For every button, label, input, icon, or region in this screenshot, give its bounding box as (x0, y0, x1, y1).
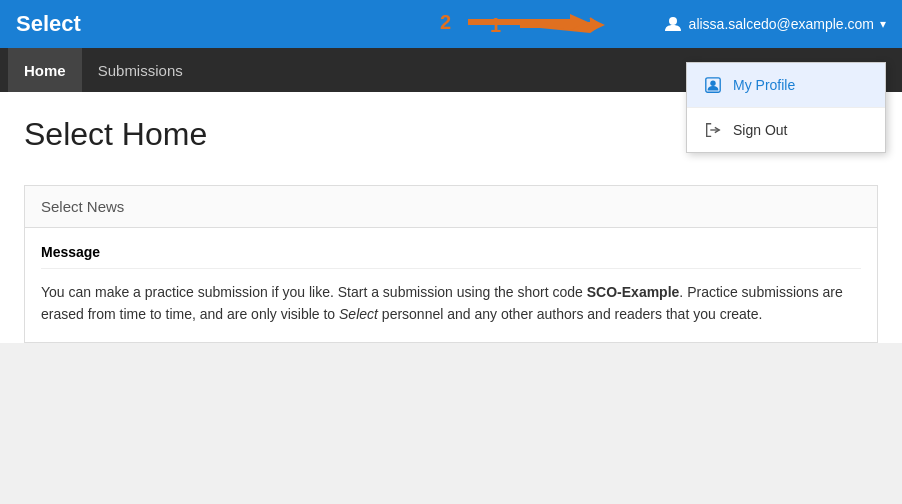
svg-marker-2 (590, 18, 605, 32)
annotation-label-1: 1 (490, 14, 501, 36)
user-email-label: alissa.salcedo@example.com (689, 16, 874, 32)
news-card-body: Message You can make a practice submissi… (25, 228, 877, 342)
user-icon (663, 14, 683, 34)
header-right-wrapper: alissa.salcedo@example.com ▾ My Profile (663, 14, 886, 34)
message-italic: Select (339, 306, 378, 322)
annotation-arrow-1: 1 (490, 10, 630, 40)
top-bar: Select 1 alissa.salcedo@example.com ▾ (0, 0, 902, 48)
nav-item-submissions[interactable]: Submissions (82, 48, 199, 92)
profile-icon (703, 75, 723, 95)
message-label: Message (41, 244, 861, 269)
news-card: Select News Message You can make a pract… (24, 185, 878, 343)
signout-icon (703, 120, 723, 140)
user-menu-trigger[interactable]: alissa.salcedo@example.com ▾ (663, 14, 886, 34)
chevron-down-icon: ▾ (880, 17, 886, 31)
sign-out-label: Sign Out (733, 122, 787, 138)
svg-point-5 (710, 81, 715, 86)
my-profile-menu-item[interactable]: My Profile (687, 63, 885, 107)
app-title: Select (16, 11, 81, 37)
nav-item-home[interactable]: Home (8, 48, 82, 92)
svg-marker-0 (520, 18, 600, 32)
svg-point-3 (669, 17, 677, 25)
my-profile-label: My Profile (733, 77, 795, 93)
message-text-1: You can make a practice submission if yo… (41, 284, 587, 300)
message-body: You can make a practice submission if yo… (41, 281, 861, 326)
news-card-header: Select News (25, 186, 877, 228)
nav-home-label: Home (24, 62, 66, 79)
message-text-3: personnel and any other authors and read… (378, 306, 762, 322)
sign-out-menu-item[interactable]: Sign Out (687, 108, 885, 152)
nav-submissions-label: Submissions (98, 62, 183, 79)
message-bold: SCO-Example (587, 284, 680, 300)
dropdown-menu: My Profile Sign Out (686, 62, 886, 153)
